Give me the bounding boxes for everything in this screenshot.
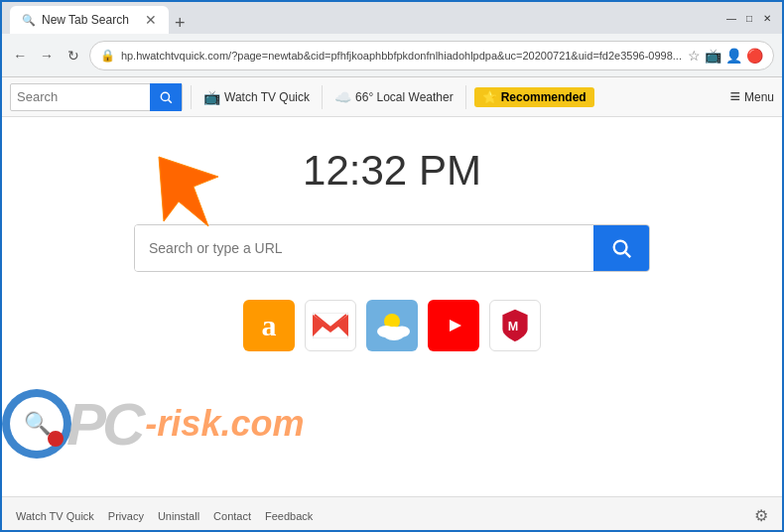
gmail-icon: [313, 313, 348, 338]
recommended-button[interactable]: ⭐ Recommended: [474, 87, 594, 107]
back-button[interactable]: ←: [10, 42, 31, 69]
footer-link-privacy[interactable]: Privacy: [108, 510, 144, 522]
svg-text:M: M: [508, 320, 519, 333]
menu-button[interactable]: ≡ Menu: [729, 86, 774, 107]
toolbar-search-box[interactable]: [10, 83, 183, 111]
quicklink-amazon[interactable]: a: [243, 300, 295, 351]
mcafee-icon: M: [499, 308, 531, 343]
address-bar: ← → ↻ 🔒 hp.hwatchtvquick.com/?page=newta…: [2, 34, 782, 77]
window-controls: — □ ✕: [724, 11, 774, 25]
youtube-icon: [438, 315, 469, 336]
title-bar: 🔍 New Tab Search ✕ + — □ ✕: [2, 2, 782, 34]
tab-icon: 🔍: [22, 14, 36, 27]
url-text: hp.hwatchtvquick.com/?page=newtab&cid=pf…: [121, 50, 682, 62]
watch-tv-button[interactable]: 📺 Watch TV Quick: [199, 87, 314, 107]
tab-close-button[interactable]: ✕: [145, 13, 157, 27]
maximize-button[interactable]: □: [742, 11, 756, 25]
quicklink-youtube[interactable]: [428, 300, 479, 351]
toolbar-search-button[interactable]: [150, 83, 182, 111]
settings-gear-icon[interactable]: ⚙: [754, 506, 768, 525]
footer-link-uninstall[interactable]: Uninstall: [158, 510, 199, 522]
footer-link-watch-tv[interactable]: Watch TV Quick: [16, 510, 94, 522]
footer-link-contact[interactable]: Contact: [213, 510, 251, 522]
weather-button[interactable]: ☁️ 66° Local Weather: [330, 87, 457, 107]
recommended-label: Recommended: [501, 90, 587, 104]
svg-marker-2: [159, 157, 218, 226]
bookmark-icon[interactable]: ☆: [688, 48, 701, 64]
extension-icon[interactable]: 🔴: [746, 48, 763, 64]
quicklink-weather[interactable]: [366, 300, 418, 351]
quicklinks-row: a: [243, 300, 541, 351]
forward-button[interactable]: →: [37, 42, 58, 69]
footer-link-feedback[interactable]: Feedback: [265, 510, 313, 522]
toolbar-divider-1: [191, 85, 192, 109]
weather-icon: [372, 308, 412, 343]
menu-label: Menu: [744, 90, 774, 104]
tv-icon: 📺: [203, 89, 220, 105]
amazon-icon: a: [262, 309, 277, 342]
svg-point-9: [394, 327, 410, 337]
main-search-input[interactable]: [135, 225, 593, 271]
menu-icon: ≡: [729, 86, 740, 107]
svg-point-3: [614, 241, 627, 254]
star-icon: ⭐: [482, 90, 497, 104]
footer: Watch TV Quick Privacy Uninstall Contact…: [2, 496, 782, 532]
weather-icon: ☁️: [334, 89, 351, 105]
quicklink-mcafee[interactable]: M: [489, 300, 541, 351]
weather-label: 66° Local Weather: [355, 90, 454, 104]
svg-line-4: [625, 252, 630, 257]
quicklink-gmail[interactable]: [305, 300, 356, 351]
tab-area: 🔍 New Tab Search ✕ +: [10, 2, 717, 34]
url-bar[interactable]: 🔒 hp.hwatchtvquick.com/?page=newtab&cid=…: [89, 41, 774, 70]
watch-tv-label: Watch TV Quick: [224, 90, 310, 104]
browser-icon[interactable]: 📺: [705, 48, 721, 64]
url-icons: ☆ 📺 👤 🔴: [688, 48, 763, 64]
svg-line-1: [169, 99, 172, 102]
toolbar-divider-3: [465, 85, 466, 109]
tab-title: New Tab Search: [42, 13, 129, 27]
toolbar-divider-2: [322, 85, 323, 109]
svg-point-0: [161, 92, 169, 100]
refresh-button[interactable]: ↻: [63, 42, 83, 69]
main-content: 12:32 PM: [2, 117, 782, 496]
clock-display: 12:32 PM: [303, 147, 481, 195]
toolbar-search-input[interactable]: [11, 84, 150, 110]
minimize-button[interactable]: —: [724, 11, 738, 25]
page-body: 12:32 PM: [2, 117, 782, 496]
new-tab-button[interactable]: +: [169, 13, 192, 34]
account-icon[interactable]: 👤: [725, 48, 742, 64]
close-button[interactable]: ✕: [760, 11, 774, 25]
toolbar: 📺 Watch TV Quick ☁️ 66° Local Weather ⭐ …: [2, 77, 782, 117]
main-search-button[interactable]: [593, 225, 649, 271]
browser-tab[interactable]: 🔍 New Tab Search ✕: [10, 6, 169, 34]
main-search-container: [134, 224, 650, 272]
